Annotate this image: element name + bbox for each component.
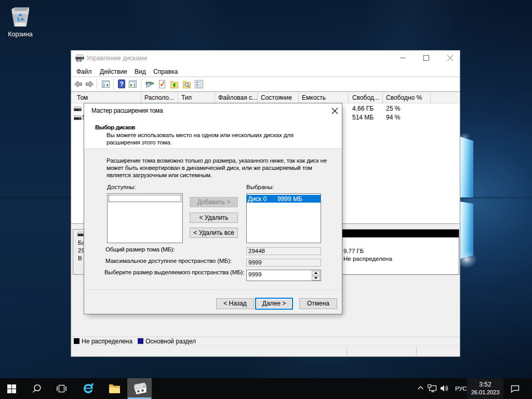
svg-text:?: ?	[119, 81, 124, 88]
